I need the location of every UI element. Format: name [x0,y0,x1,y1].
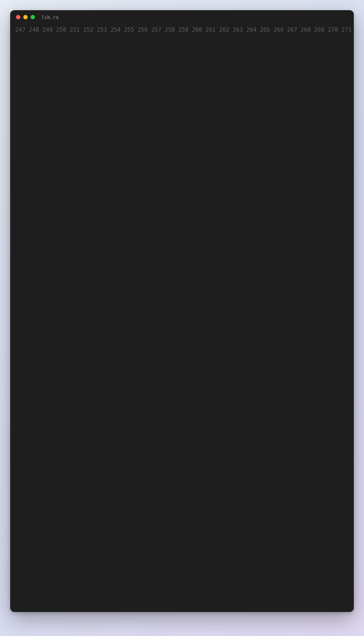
minimize-icon[interactable] [23,15,28,19]
traffic-lights [16,15,35,19]
filename-label: lib.rs [41,15,59,20]
titlebar: lib.rs [10,10,354,24]
code-area[interactable]: 247 248 249 250 251 252 253 254 255 256 … [10,24,354,612]
line-number-gutter: 247 248 249 250 251 252 253 254 255 256 … [10,25,354,605]
maximize-icon[interactable] [31,15,35,19]
close-icon[interactable] [16,15,20,19]
editor-window: lib.rs 247 248 249 250 251 252 253 254 2… [10,10,354,612]
